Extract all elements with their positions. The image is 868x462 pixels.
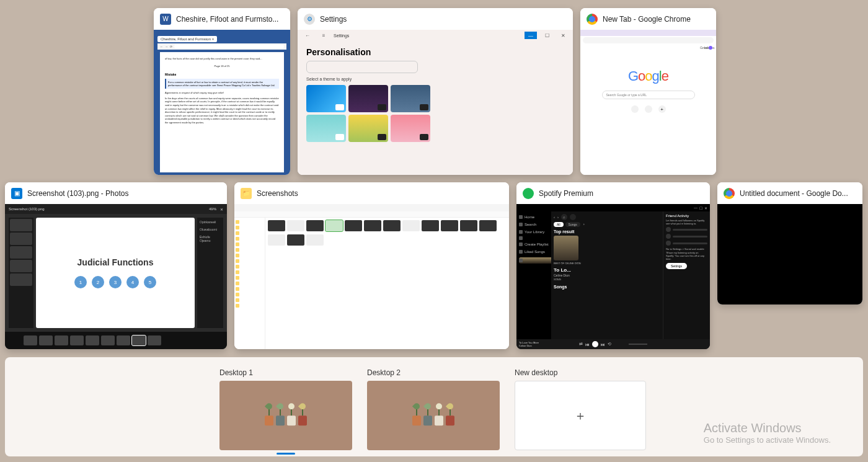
desktop-2[interactable]: Desktop 2 <box>367 368 500 450</box>
current-theme-preview <box>306 61 418 73</box>
filter-pill[interactable]: Songs <box>565 222 580 227</box>
task-window-word[interactable]: W Cheshire, Fifoot and Furmsto... Cheshi… <box>154 8 290 175</box>
shuffle-icon[interactable]: ⇄ <box>579 342 583 347</box>
window-title: Untitled document - Google Do... <box>740 189 848 198</box>
section-label: Select a theme to apply <box>306 77 564 81</box>
file-grid[interactable] <box>265 218 509 349</box>
artist-name[interactable]: Celine Dion <box>554 273 660 277</box>
theme-option[interactable] <box>306 85 346 112</box>
url-bar[interactable] <box>583 37 714 43</box>
theme-option[interactable] <box>391 115 430 142</box>
avatar[interactable] <box>709 46 712 50</box>
forward-icon[interactable]: › <box>557 215 559 219</box>
window-header: W Cheshire, Fifoot and Furmsto... <box>154 8 290 30</box>
window-title: Cheshire, Fifoot and Furmsto... <box>176 15 278 24</box>
minimize-icon[interactable]: — <box>694 206 698 210</box>
filter-pill[interactable]: All <box>554 222 564 227</box>
highlight-quote: For a common mistake of fact or law to v… <box>165 79 279 89</box>
spotify-icon <box>523 188 534 199</box>
window-header: ⚙ Settings <box>298 8 573 30</box>
window-header: New Tab - Google Chrome <box>580 8 716 30</box>
window-header: Spotify Premium <box>516 182 710 204</box>
zoom-label: 49% <box>209 207 216 211</box>
player-bar[interactable]: To Love You More Celine Dion ⇄ ⏮ ⏭ ⟲ <box>516 339 710 349</box>
window-title: Spotify Premium <box>539 189 593 198</box>
window-thumbnail[interactable]: —☐✕ Home Search Your Library Create Play… <box>516 204 710 349</box>
images-link[interactable]: Images <box>704 46 707 48</box>
new-desktop-button[interactable]: ＋ <box>515 381 646 450</box>
chrome-icon <box>587 14 598 25</box>
new-desktop[interactable]: New desktop ＋ <box>515 368 646 450</box>
task-window-settings[interactable]: ⚙ Settings ← ≡ Settings — ☐ ✕ Personalis… <box>298 8 573 175</box>
chrome-icon <box>724 188 735 199</box>
window-header: ▣ Screenshot (103).png - Photos <box>5 182 227 204</box>
play-button[interactable] <box>592 341 598 347</box>
photos-icon: ▣ <box>11 188 22 199</box>
shortcut[interactable] <box>631 105 639 113</box>
window-title: New Tab - Google Chrome <box>603 15 691 24</box>
settings-button[interactable]: Settings <box>666 263 687 269</box>
theme-option[interactable] <box>348 115 388 142</box>
next-icon[interactable]: ⏭ <box>601 342 605 347</box>
friend-activity-text: Let friends and followers on Spotify see… <box>666 219 707 225</box>
desktop-thumb[interactable] <box>219 381 352 450</box>
window-title: Screenshots <box>257 189 298 198</box>
close-icon[interactable]: ✕ <box>220 207 223 211</box>
window-header: Untitled document - Google Do... <box>717 182 862 204</box>
task-window-spotify[interactable]: Spotify Premium —☐✕ Home Search Your Lib… <box>516 182 710 349</box>
desktop-thumb[interactable] <box>367 381 500 450</box>
window-thumbnail[interactable] <box>717 204 862 304</box>
maximize-button[interactable]: ☐ <box>541 32 553 39</box>
top-result-heading: Top result <box>554 229 660 234</box>
spotify-nav[interactable]: Home Search Your Library Create Playlist… <box>516 211 551 339</box>
activate-windows-watermark: Activate Windows Go to Settings to activ… <box>704 421 831 445</box>
theme-option[interactable] <box>348 85 388 112</box>
task-window-docs[interactable]: Untitled document - Google Do... <box>717 182 862 304</box>
breadcrumb: Settings <box>334 33 349 38</box>
search-icon[interactable]: ⌕ <box>561 214 567 220</box>
shortcut[interactable] <box>645 105 652 113</box>
avatar[interactable] <box>570 214 576 220</box>
friend-activity-hint: Go to Settings > Social and enable 'Shar… <box>666 247 707 260</box>
minimize-button[interactable]: — <box>525 32 537 39</box>
album-cover[interactable] <box>554 236 578 260</box>
filename-label: Screenshot (103).png <box>9 207 45 211</box>
songs-heading: Songs <box>554 285 660 289</box>
window-thumbnail[interactable]: Cheshire, Fifoot and Furmston × ←→⟳ of l… <box>154 30 290 175</box>
window-title: Settings <box>320 15 347 24</box>
task-window-explorer[interactable]: 📁 Screenshots <box>234 182 509 349</box>
filmstrip[interactable] <box>5 332 227 349</box>
volume-slider[interactable] <box>629 344 647 345</box>
theme-grid <box>306 85 564 142</box>
search-input[interactable]: Search Google or type a URL <box>602 91 695 99</box>
gmail-link[interactable]: Gmail <box>700 46 702 48</box>
window-header: 📁 Screenshots <box>234 182 509 204</box>
close-icon[interactable]: ✕ <box>704 206 707 210</box>
task-window-photos[interactable]: ▣ Screenshot (103).png - Photos Screensh… <box>5 182 227 349</box>
now-playing-cover <box>519 257 554 264</box>
track-title[interactable]: To Lo... <box>554 267 660 273</box>
word-icon: W <box>160 14 171 25</box>
task-window-chrome[interactable]: New Tab - Google Chrome Gmail Images Goo… <box>580 8 716 175</box>
google-logo: Google <box>580 68 716 84</box>
desktop-1[interactable]: Desktop 1 <box>219 368 352 450</box>
back-icon[interactable]: ‹ <box>554 215 555 219</box>
prev-icon[interactable]: ⏮ <box>585 342 590 347</box>
window-thumbnail[interactable]: Gmail Images Google Search Google or typ… <box>580 30 716 175</box>
section-heading: Mistake <box>165 73 279 76</box>
page-heading: Personalisation <box>306 47 564 57</box>
close-button[interactable]: ✕ <box>557 32 569 39</box>
item-kind: SONG <box>554 278 660 281</box>
maximize-icon[interactable]: ☐ <box>699 206 702 210</box>
window-thumbnail[interactable]: Screenshot (103).png 49% ✕ Judicial Func… <box>5 204 227 349</box>
nav-tree[interactable] <box>234 218 265 349</box>
window-thumbnail[interactable] <box>234 204 509 349</box>
theme-option[interactable] <box>306 115 346 142</box>
browser-tab: Cheshire, Fifoot and Furmston × <box>157 36 217 42</box>
window-thumbnail[interactable]: ← ≡ Settings — ☐ ✕ Personalisation Selec… <box>298 30 573 175</box>
repeat-icon[interactable]: ⟲ <box>608 342 611 347</box>
add-shortcut[interactable]: + <box>658 105 666 113</box>
theme-option[interactable] <box>391 85 430 112</box>
back-icon[interactable]: ← <box>301 32 314 39</box>
menu-icon[interactable]: ≡ <box>317 32 330 39</box>
